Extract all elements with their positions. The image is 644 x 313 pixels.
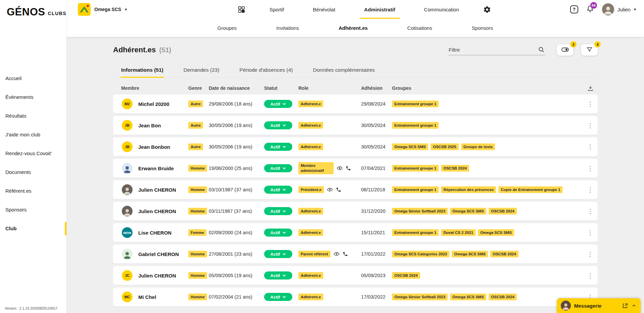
tab-demandes-23[interactable]: Demandes (23)	[183, 64, 220, 77]
member-row[interactable]: MDWLise CHERON Femme 02/09/2000 (24 ans)…	[113, 223, 598, 242]
group-badge: Duval CS 2 2021	[441, 229, 476, 236]
app-root: GÉNOS CLUBS AccueilÉvènementsRésultatsJ'…	[0, 0, 644, 313]
sub-nav: GroupesInvitationsAdhérent.esCotisations…	[66, 19, 644, 37]
row-menu-kebab-icon[interactable]: ⋮	[583, 208, 598, 214]
row-menu-kebab-icon[interactable]: ⋮	[583, 272, 598, 279]
top-right-cluster: ? 44 Julien ▾	[570, 3, 636, 15]
main-area: Omega SCS ▾ SportifBénévolatAdministrati…	[66, 0, 644, 313]
member-name[interactable]: Jean Bonbon	[138, 144, 170, 150]
member-name[interactable]: Jean Bon	[138, 123, 161, 128]
member-row[interactable]: JBJean Bon Autre 30/05/2006 (19 ans) Act…	[113, 116, 598, 135]
member-row[interactable]: Julien CHERON Homme 03/11/1987 (37 ans) …	[113, 202, 598, 221]
row-menu-kebab-icon[interactable]: ⋮	[583, 144, 598, 150]
settings-gear-icon[interactable]	[483, 6, 491, 13]
nav-administratif[interactable]: Administratif	[359, 0, 400, 19]
phone-icon[interactable]	[343, 251, 348, 257]
member-avatar	[122, 249, 133, 259]
tab-donnees-complementaires[interactable]: Données complémentaires	[312, 64, 375, 77]
row-menu-kebab-icon[interactable]: ⋮	[583, 165, 598, 172]
row-menu-kebab-icon[interactable]: ⋮	[583, 251, 598, 257]
sidebar-item-sponsors[interactable]: Sponsors	[0, 200, 66, 219]
member-row[interactable]: Julien CHERON Homme 03/10/1987 (37 ans) …	[113, 180, 598, 199]
brand-logo[interactable]: GÉNOS CLUBS	[0, 0, 66, 17]
member-name[interactable]: Mi Chel	[138, 294, 156, 300]
status-dropdown[interactable]: Actif	[264, 121, 292, 129]
member-name[interactable]: Julien CHERON	[138, 273, 176, 278]
sidebar-item-accueil[interactable]: Accueil	[0, 69, 66, 88]
sidebar-item-j-aide-mon-club[interactable]: J'aide mon club	[0, 125, 66, 144]
status-dropdown[interactable]: Actif	[264, 100, 292, 108]
filter-funnel-icon	[586, 46, 593, 54]
sidebar-item-club[interactable]: Club	[0, 219, 66, 238]
search-icon[interactable]	[538, 46, 545, 54]
member-name[interactable]: Lise CHERON	[138, 230, 171, 236]
member-row[interactable]: M2Michel 20200 Autre 29/08/2006 (18 ans)…	[113, 95, 598, 113]
tab-informations-51[interactable]: Informations (51)	[120, 64, 164, 77]
chevron-down-icon: ▾	[125, 7, 127, 12]
member-name[interactable]: Michel 20200	[138, 101, 169, 107]
group-badge: Groupe de tests	[461, 143, 495, 150]
status-dropdown[interactable]: Actif	[264, 207, 292, 215]
member-row[interactable]: JBJean Bonbon Autre 30/05/2006 (19 ans) …	[113, 137, 598, 156]
club-selector[interactable]: Omega SCS ▾	[78, 3, 158, 16]
member-name[interactable]: Julien CHERON	[138, 187, 176, 193]
messenger-bar[interactable]: Messagerie	[557, 298, 641, 313]
status-dropdown[interactable]: Actif	[264, 271, 292, 279]
status-dropdown[interactable]: Actif	[264, 250, 292, 258]
filter-input[interactable]	[448, 45, 545, 55]
row-menu-kebab-icon[interactable]: ⋮	[583, 187, 598, 193]
sidebar-item-resultats[interactable]: Résultats	[0, 107, 66, 125]
subnav-groupes[interactable]: Groupes	[217, 25, 237, 31]
member-row[interactable]: Gabriel CHERON Homme 27/08/2001 (23 ans)…	[113, 245, 598, 263]
apps-grid-icon[interactable]	[238, 6, 245, 13]
adhesion-date: 30/05/2024	[361, 144, 392, 149]
member-row[interactable]: MCMi Chel Homme 07/02/2004 (21 ans) Acti…	[113, 288, 598, 306]
groups-cell: Entrainement groupe 1	[392, 101, 583, 108]
sidebar-item-referent-es[interactable]: Référent.es	[0, 182, 66, 200]
nav-communication[interactable]: Communication	[419, 0, 464, 19]
phone-icon[interactable]	[346, 166, 351, 171]
club-logo-icon	[78, 3, 91, 16]
user-menu[interactable]: Julien ▾	[602, 3, 636, 15]
member-name[interactable]: Gabriel CHERON	[138, 251, 179, 257]
status-dropdown[interactable]: Actif	[264, 143, 292, 151]
nav-sportif[interactable]: Sportif	[265, 0, 289, 19]
chevron-up-icon[interactable]	[631, 303, 637, 308]
nav-benevolat[interactable]: Bénévolat	[308, 0, 340, 19]
tab-periode-d-absences-4[interactable]: Période d'absences (4)	[239, 64, 294, 77]
phone-icon[interactable]	[336, 187, 341, 192]
subnav-sponsors[interactable]: Sponsors	[472, 25, 493, 31]
groups-cell: Omega SCS SMSOSCSB 2025Groupe de tests	[392, 143, 583, 150]
member-row[interactable]: Erwann Bruide Homme 19/06/2000 (25 ans) …	[113, 159, 598, 178]
status-dropdown[interactable]: Actif	[264, 164, 292, 172]
subnav-cotisations[interactable]: Cotisations	[407, 25, 432, 31]
eye-icon[interactable]	[327, 187, 333, 193]
toggle-view-button[interactable]: 3	[557, 44, 574, 56]
column-header-date-de-naissance: Date de naissance	[209, 85, 264, 91]
eye-icon[interactable]	[337, 165, 343, 171]
group-badge: Omega SCS SMS	[450, 208, 486, 215]
open-chat-window-icon[interactable]	[622, 303, 628, 309]
subnav-adherent-es[interactable]: Adhérent.es	[339, 25, 368, 31]
sidebar-item-evenements[interactable]: Évènements	[0, 88, 66, 107]
column-header-groupes: Groupes	[392, 85, 583, 91]
subnav-invitations[interactable]: Invitations	[276, 25, 299, 31]
status-dropdown[interactable]: Actif	[264, 229, 292, 237]
content-header: Adhérent.es (51) 3	[113, 46, 598, 56]
status-dropdown[interactable]: Actif	[264, 186, 292, 194]
help-icon[interactable]: ?	[570, 5, 578, 13]
member-name[interactable]: Erwann Bruide	[138, 166, 174, 171]
sidebar-item-documents[interactable]: Documents	[0, 163, 66, 182]
row-menu-kebab-icon[interactable]: ⋮	[583, 122, 598, 129]
member-name[interactable]: Julien CHERON	[138, 208, 176, 214]
status-dropdown[interactable]: Actif	[264, 293, 292, 301]
sidebar-item-rendez-vous-covoit[interactable]: Rendez-vous Covoit'	[0, 144, 66, 163]
export-download-icon[interactable]	[583, 85, 598, 91]
notifications-bell-icon[interactable]: 44	[586, 5, 594, 14]
row-menu-kebab-icon[interactable]: ⋮	[583, 101, 598, 107]
filter-button[interactable]: 4	[581, 44, 598, 56]
member-row[interactable]: JCJulien CHERON Homme 05/09/2005 (19 ans…	[113, 266, 598, 285]
row-menu-kebab-icon[interactable]: ⋮	[583, 230, 598, 236]
eye-icon[interactable]	[334, 251, 340, 257]
group-badge: Copie de Entrainement groupe 1	[498, 186, 562, 193]
